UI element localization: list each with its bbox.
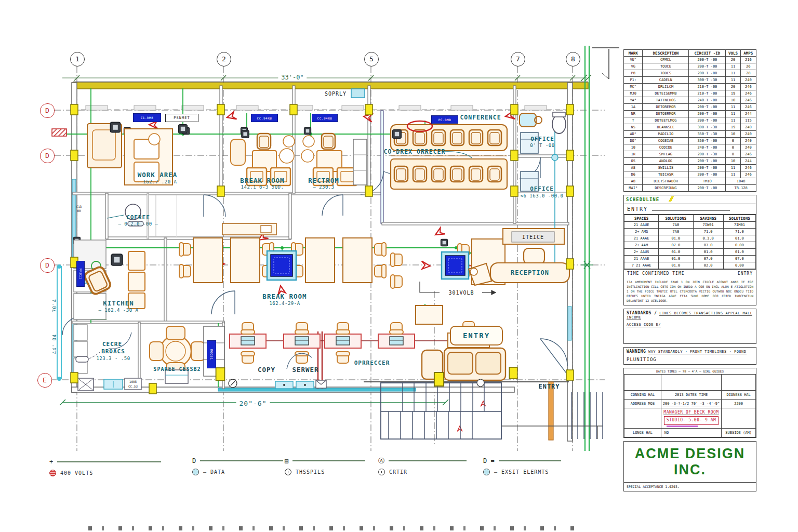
purple-underline	[667, 425, 698, 427]
legend-label-crtir: CRTIR	[389, 469, 407, 475]
table-cell: 246	[740, 97, 756, 104]
dim-left-upper: 70'4	[52, 299, 57, 312]
table-row: P8TODES200·T -001128	[624, 70, 756, 77]
table-cell: 240	[740, 124, 756, 131]
table-cell: 07.0	[693, 242, 723, 249]
tb-addr-v2: 70' -3 -4'-9"	[691, 402, 720, 406]
tb-dates: 2013 DATES TIME	[661, 391, 721, 400]
tb-dioness: DIONESS HAL	[722, 391, 756, 400]
tb-no: NO	[661, 428, 721, 437]
table-cell: 300·T -30	[689, 77, 726, 84]
tb-empty-d	[624, 408, 661, 429]
room-label-serwer: SERWER	[292, 366, 318, 374]
room-sub-cofree: — 0.2.0 -00 —	[118, 221, 158, 227]
table-cell: 10	[726, 97, 740, 104]
table-cell: TBICASR	[643, 171, 689, 178]
legend-item-crtir: Ⓐ CRTIR	[378, 457, 467, 475]
table-cell: 01.0	[693, 249, 723, 256]
footer-left: TIME CONFIRMED TIME	[627, 271, 685, 276]
table-row: 21 AAAE01.007.007.0	[624, 256, 756, 262]
table-cell: 21 AAUE	[624, 222, 659, 229]
table-row: MC°DRLILCM210·T -0020246	[624, 84, 756, 90]
room-label-office-mid: OFFICE	[530, 185, 554, 192]
nameplate-v1: MRB11	[76, 261, 85, 287]
grid-bubble-1: 1	[70, 52, 85, 66]
table-cell: 246	[740, 104, 756, 111]
room-label-reception: RECEPTION	[511, 269, 549, 276]
col-vols: VOLS	[726, 50, 740, 57]
table-cell: 10	[726, 131, 740, 138]
table-cell: DO°	[624, 138, 643, 144]
legend-label-thsspils: THSSPILS	[296, 469, 325, 475]
table-cell: 200·T -00	[689, 104, 726, 111]
table-cell: 19	[726, 90, 740, 97]
tb-red-note: MANAGER OF BECK ROOM STUDIO- 5.00- 9 AM	[661, 408, 721, 429]
scan-artifact-strip	[88, 526, 574, 530]
table-cell: 200·T -30	[689, 151, 726, 158]
table-cell: 11	[726, 111, 740, 117]
entry-plate: ENTRY	[450, 326, 503, 345]
exit-icon	[483, 469, 490, 475]
standards-box: STANDARDS / LINES BECOMES TRANSACTIONS A…	[623, 309, 756, 344]
panel-schedule-header: MARK DESCRIPTION CIRCUIT -ID VOLS AMPS	[624, 50, 756, 57]
table-cell: DEANKSEE	[643, 124, 689, 131]
table-cell: 200·T -00	[689, 70, 726, 77]
table-cell: 240·T -00	[689, 144, 726, 151]
table-row: P1:CADELN300·T -3011240	[624, 77, 756, 84]
table-cell: 240	[740, 77, 756, 84]
table-row: 2+ AAUS01.001.001.0	[624, 249, 756, 256]
table-row: A8DIETSTRADORTMIO1048	[624, 178, 756, 185]
table-cell: 11	[726, 171, 740, 178]
titleblock: DATES TIMES — 78 — 4'A — GIRL GUIDES CON…	[623, 368, 756, 438]
table-cell: 28	[740, 70, 756, 77]
grid-bubble-D1: D	[40, 103, 55, 118]
side-panel: MARK DESCRIPTION CIRCUIT -ID VOLS AMPS V…	[623, 49, 756, 491]
table-cell: 71.0	[723, 229, 755, 235]
grid-bubble-E: E	[37, 373, 52, 388]
table-cell: 0	[726, 138, 740, 144]
legend-item-thsspils: ▤ THSSPILS	[285, 457, 365, 475]
table-cell: VG	[624, 63, 643, 70]
table-cell: 7IM01	[723, 222, 755, 229]
table-cell: 246	[740, 90, 756, 97]
legend-glyph-volts: +	[49, 458, 53, 466]
table-cell: 11	[726, 117, 740, 124]
table-cell: 0.3.0	[693, 235, 723, 242]
table-cell: P8	[624, 70, 643, 77]
callout-volts: 301VOLB	[447, 290, 475, 296]
legend-glyph-crtir: Ⓐ	[378, 457, 384, 466]
table-cell: MADILIO	[643, 131, 689, 138]
tb-empty-b	[661, 375, 721, 391]
electrical-panel-2[interactable]	[442, 252, 469, 279]
table-cell: 19	[726, 124, 740, 131]
table-row: N5DEANKSEE300·T -3019240	[624, 124, 756, 131]
table-cell: 200·T -00	[689, 171, 726, 178]
table-cell: 2+ AMG	[624, 229, 659, 235]
company-subtext: SPECIAL ACCEPTANCE 1.0203.	[623, 483, 756, 491]
table-row: 10CODIDE240·T -000240	[624, 144, 756, 151]
legend-glyph-exit: D =	[483, 457, 495, 464]
grid-bubble-2: 2	[217, 52, 231, 66]
tb-longs: LONGS HAL	[624, 428, 661, 437]
table-cell: DETOREMOR	[643, 104, 689, 111]
table-cell: TODES	[643, 70, 689, 77]
table-cell: 01.0	[659, 262, 693, 269]
room-label-office-top: OFFICE	[530, 136, 554, 142]
legend-item-data: D – DATA	[192, 457, 283, 475]
table-cell: DETEISEMMB	[643, 90, 689, 97]
table-cell: 01.0	[723, 249, 755, 256]
tb-empty-e	[722, 408, 756, 429]
table-cell: 115	[740, 117, 756, 124]
electrical-panel-1[interactable]	[267, 251, 296, 280]
table-cell: 7 21 AAAE	[624, 262, 659, 269]
tb-conning: CONNING HAL	[624, 391, 661, 400]
room-label-conference: CONFERENCE	[460, 114, 501, 121]
psnmet-tag: PSNMET	[165, 114, 198, 122]
room-label-cecre-2: BROACS	[101, 348, 125, 355]
room-label-copy: COPY	[258, 366, 275, 374]
table-cell: 01.0	[659, 256, 693, 262]
tb-subside: SUBSIDE (AM)	[722, 428, 756, 437]
schedule-header: SPACES SOLUTIONS SAVINGS SOLUTIONS	[624, 215, 756, 222]
table-cell: 0.00	[723, 262, 755, 269]
room-label-oprrecer: OPRRECCER	[354, 360, 390, 366]
